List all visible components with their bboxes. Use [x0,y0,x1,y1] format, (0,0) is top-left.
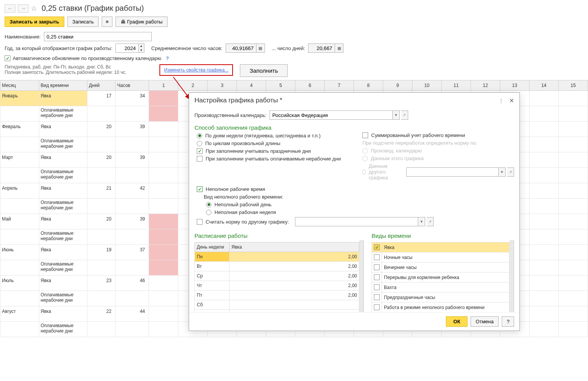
avg-days-field [308,43,335,53]
nav-forward-button[interactable]: → [18,4,28,13]
time-type-row[interactable]: Работа в режиме неполного рабочего време… [372,302,509,312]
th-d3[interactable]: 3 [208,80,237,91]
avg-hours-label: Среднемесячное число часов: [151,45,223,51]
radio-part-week[interactable] [206,210,211,215]
th-attendance: Явка [230,242,359,252]
cb-paid-nonwork[interactable] [197,156,203,162]
time-type-row[interactable]: Перерывы для кормления ребенка [372,272,509,282]
th-d6[interactable]: 6 [295,80,325,91]
other-norm-select [295,217,418,226]
time-type-row[interactable]: Ночные часы [372,252,509,262]
weekday-row[interactable]: Сб [195,300,359,310]
cb-holidays[interactable] [197,148,203,154]
th-d13[interactable]: 13 [500,80,529,91]
type-checkbox[interactable] [374,244,380,250]
calendar-open-icon[interactable]: ↗ [401,110,408,120]
th-days[interactable]: Дней [87,80,116,91]
avg-days-label: ... число дней: [272,45,305,51]
th-hours[interactable]: Часов [116,80,149,91]
time-type-row[interactable]: Вахта [372,282,509,292]
th-type[interactable]: Вид времени [39,80,87,91]
th-d14[interactable]: 14 [529,80,558,91]
weekday-row[interactable]: Вт2,00 [195,262,359,271]
th-d9[interactable]: 9 [383,80,412,91]
time-type-row[interactable]: Вечерние часы [372,262,509,272]
overwork-opt3: Данным другого графика [369,163,400,180]
calc-icon[interactable]: ▦ [335,43,343,53]
type-checkbox[interactable] [374,254,380,260]
year-input[interactable] [116,43,139,53]
th-d15[interactable]: 15 [558,80,588,91]
schedule-settings-dialog: Настройка графика работы * ⋮ ✕ Производс… [189,92,520,331]
auto-update-checkbox[interactable] [5,55,10,61]
th-d5[interactable]: 5 [266,80,295,91]
list-button[interactable]: ≡ [102,17,112,27]
time-type-row[interactable]: Предпраздничные часы [372,292,509,302]
radio-part-day[interactable] [206,202,211,207]
th-d11[interactable]: 11 [442,80,471,91]
radio-by-cycle[interactable] [197,141,202,146]
fill-method-title: Способ заполнения графика [194,124,348,131]
dialog-more-icon[interactable]: ⋮ [499,98,504,104]
toolbar: Записать и закрыть Записать ≡ 🖶 График р… [0,15,588,31]
help-icon[interactable]: ? [166,55,169,61]
name-input[interactable] [44,32,152,41]
time-types-table[interactable]: ЯвкаНочные часыВечерние часыПерерывы для… [372,242,509,312]
weekday-row[interactable]: Чт2,00 [195,281,359,291]
save-close-button[interactable]: Записать и закрыть [5,17,64,27]
fill-button[interactable]: Заполнить [240,64,288,77]
weekday-row[interactable]: Пн2,00 [195,252,359,262]
cb-other-norm[interactable] [197,219,203,225]
dialog-close-icon[interactable]: ✕ [509,97,514,104]
titlebar: ← → ☆ 0,25 ставки (График работы) [0,0,588,15]
th-d1[interactable]: 1 [149,80,178,91]
print-schedule-button[interactable]: 🖶 График работы [116,17,168,27]
radio-overwork-cal [362,148,368,154]
dialog-header: Настройка графика работы * ⋮ ✕ [189,93,519,106]
type-checkbox[interactable] [374,304,380,310]
th-d8[interactable]: 8 [354,80,383,91]
radio-overwork-this [362,156,368,161]
overwork-opt1: Производ. календарю [371,148,422,154]
description-area: Пятидневка, раб. дни: Пн-Пт, выходн. дни… [0,63,588,80]
th-d10[interactable]: 10 [412,80,442,91]
th-month[interactable]: Месяц [0,80,39,91]
type-checkbox[interactable] [374,294,380,300]
time-type-row[interactable]: Явка [372,242,509,252]
type-checkbox[interactable] [374,264,380,270]
th-d4[interactable]: 4 [237,80,266,91]
cb-part-time[interactable] [197,186,203,192]
favorite-star-icon[interactable]: ☆ [31,4,37,13]
other-norm-label: Считать норму по другому графику: [206,219,289,225]
opt-by-week: По дням недели (пятидневка, шестидневка … [205,133,321,139]
radio-by-week[interactable] [197,133,202,139]
auto-update-label: Автоматическое обновление по производств… [13,55,161,61]
opt-by-cycle: По циклам произвольной длины [205,140,280,146]
overwork-dropdown-icon: ▼ [499,167,506,177]
cancel-button[interactable]: Отмена [471,316,499,327]
desc-line1: Пятидневка, раб. дни: Пн-Пт, выходн. дни… [5,64,159,70]
nav-back-button[interactable]: ← [5,4,15,13]
year-spinner[interactable]: ▲▼ [139,43,144,53]
schedule-scrollbar[interactable] [359,241,364,312]
calendar-dropdown-icon[interactable]: ▼ [393,110,400,120]
type-checkbox[interactable] [374,284,380,290]
calendar-select[interactable] [270,110,393,120]
weekday-row[interactable]: Пт2,00 [195,291,359,300]
other-norm-open-icon: ↗ [427,217,434,226]
cb-summarized[interactable] [362,132,368,138]
year-label: Год, за который отображается график рабо… [5,45,112,51]
th-d7[interactable]: 7 [325,80,354,91]
help-button[interactable]: ? [502,316,514,327]
weekday-table[interactable]: День недели Явка Пн2,00Вт2,00Ср2,00Чт2,0… [194,242,359,312]
save-button[interactable]: Записать [67,17,99,27]
desc-line2: Полная занятость. Длительность рабочей н… [5,70,159,75]
calc-icon[interactable]: ▦ [256,43,265,53]
th-d12[interactable]: 12 [471,80,500,91]
weekday-row[interactable]: Ср2,00 [195,271,359,281]
change-props-link[interactable]: Изменить свойства графика... [164,67,228,73]
type-checkbox[interactable] [374,274,380,280]
types-scrollbar[interactable] [509,241,514,312]
th-d2[interactable]: 2 [178,80,208,91]
ok-button[interactable]: ОК [446,316,467,327]
